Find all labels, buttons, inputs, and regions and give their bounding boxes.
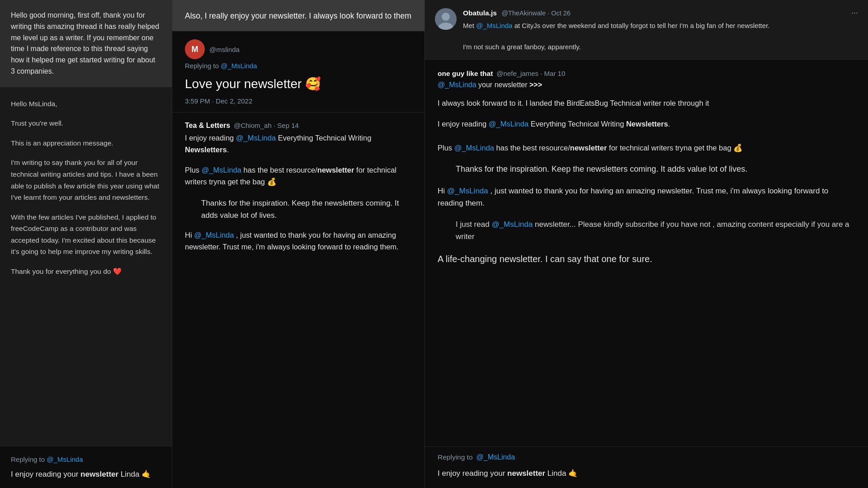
tea-letters-mslinda-mention[interactable]: @_MsLinda bbox=[489, 120, 528, 128]
thanks-block-right: Thanks for the inspiration. Keep the new… bbox=[438, 163, 855, 176]
avatar: M bbox=[185, 39, 205, 59]
top-appreciation-text: Hello good morning, first off, thank you… bbox=[11, 11, 159, 75]
right-main-content: one guy like that @nefe_james · Mar 10 @… bbox=[425, 60, 868, 446]
one-guy-author: one guy like that bbox=[438, 70, 493, 78]
hi-mslinda-mention[interactable]: @_MsLinda bbox=[194, 231, 234, 239]
bottom-replying-handle-right[interactable]: @_MsLinda bbox=[476, 453, 515, 461]
email-para-1: Hello MsLinda, bbox=[11, 98, 161, 110]
top-appreciation-panel: Hello good morning, first off, thank you… bbox=[0, 0, 172, 87]
tweet-timestamp: 3:59 PM · Dec 2, 2022 bbox=[185, 97, 412, 105]
plus-mslinda-right-mention[interactable]: @_MsLinda bbox=[454, 144, 494, 152]
replying-handle[interactable]: @_MsLinda bbox=[47, 455, 83, 463]
love-newsletter-main-text: Love your newsletter 🥰 bbox=[185, 75, 412, 93]
birdeats-block: I always look forward to it. I landed th… bbox=[438, 97, 855, 109]
life-changing-block: A life-changing newsletter. I can say th… bbox=[438, 252, 855, 266]
tea-letters-header: Tea & Letters @Chiom_ah · Sep 14 bbox=[185, 122, 412, 130]
center-column: Also, I really enjoy your newsletter. I … bbox=[172, 0, 425, 488]
more-options-icon[interactable]: ··· bbox=[851, 8, 858, 18]
tea-letters-text: I enjoy reading @_MsLinda Everything Tec… bbox=[185, 132, 412, 155]
email-para-6: Thank you for everything you do ❤️ bbox=[11, 266, 161, 277]
right-column: Obatula.js @TheAkinwale · Oct 26 ··· Met… bbox=[425, 0, 868, 488]
replying-to-center: Replying to @_MsLinda bbox=[185, 62, 412, 70]
plus-mslinda-text: Plus @_MsLinda has the best resource/new… bbox=[185, 164, 412, 188]
tea-letters-author: Tea & Letters bbox=[185, 122, 230, 130]
replying-to-label: Replying to @_MsLinda bbox=[11, 455, 161, 463]
obatula-header: Obatula.js @TheAkinwale · Oct 26 ··· bbox=[463, 8, 858, 18]
also-enjoy-bubble: Also, I really enjoy your newsletter. I … bbox=[172, 0, 425, 31]
one-guy-mention-text: @_MsLinda your newsletter >>> bbox=[438, 80, 855, 91]
mslinda-mention[interactable]: @_MsLinda bbox=[236, 134, 276, 142]
plus-mslinda-mention[interactable]: @_MsLinda bbox=[202, 166, 241, 174]
mslinda-link-obatula[interactable]: @_MsLinda bbox=[476, 22, 512, 29]
obatula-name-row: Obatula.js @TheAkinwale · Oct 26 bbox=[463, 9, 571, 17]
tea-letters-tweet: Tea & Letters @Chiom_ah · Sep 14 I enjoy… bbox=[185, 122, 412, 155]
bottom-reply-panel: Replying to @_MsLinda I enjoy reading yo… bbox=[0, 446, 172, 488]
email-para-3: This is an appreciation message. bbox=[11, 137, 161, 149]
tweet-user-row: M @mslinda bbox=[185, 39, 412, 59]
obatula-content: Obatula.js @TheAkinwale · Oct 26 ··· Met… bbox=[463, 8, 858, 52]
one-guy-header: one guy like that @nefe_james · Mar 10 bbox=[438, 70, 855, 78]
obatula-body: Met @_MsLinda at CityJs over the weekend… bbox=[463, 20, 858, 52]
svg-point-1 bbox=[442, 13, 450, 21]
hi-mslinda-text: Hi @_MsLinda , just wanted to thank you … bbox=[185, 230, 412, 253]
one-guy-mslinda-mention[interactable]: @_MsLinda bbox=[438, 81, 476, 89]
tea-letters-handle-date: @Chiom_ah · Sep 14 bbox=[234, 122, 299, 129]
also-enjoy-text: Also, I really enjoy your newsletter. I … bbox=[185, 11, 411, 20]
left-column: Hello good morning, first off, thank you… bbox=[0, 0, 172, 488]
thanks-indented-block: Thanks for the inspiration. Keep the new… bbox=[185, 197, 412, 221]
obatula-tweet: Obatula.js @TheAkinwale · Oct 26 ··· Met… bbox=[425, 0, 868, 60]
obatula-avatar bbox=[435, 8, 457, 30]
tweet-handle: @mslinda bbox=[209, 46, 240, 53]
bottom-reply-text-right: I enjoy reading your newsletter Linda 🤙 bbox=[425, 468, 868, 488]
bottom-replying-row-right: Replying to @_MsLinda bbox=[425, 446, 868, 468]
one-guy-handle-date: @nefe_james · Mar 10 bbox=[496, 70, 565, 77]
replying-handle-center[interactable]: @_MsLinda bbox=[221, 62, 257, 70]
tea-letters-full-block: I enjoy reading @_MsLinda Everything Tec… bbox=[438, 118, 855, 154]
bottom-replying-label-right: Replying to bbox=[438, 453, 473, 461]
center-lower-tweets: Tea & Letters @Chiom_ah · Sep 14 I enjoy… bbox=[172, 113, 425, 488]
hi-mslinda-right-mention[interactable]: @_MsLinda bbox=[447, 187, 488, 195]
email-panel: Hello MsLinda, Trust you're well. This i… bbox=[0, 87, 172, 446]
obatula-line1: Met @_MsLinda at CityJs over the weekend… bbox=[463, 20, 858, 31]
hi-mslinda-tweet: Hi @_MsLinda , just wanted to thank you … bbox=[185, 230, 412, 253]
hi-block-right: Hi @_MsLinda , just wanted to thank you … bbox=[438, 185, 855, 209]
read-block-right: I just read @_MsLinda newsletter... Plea… bbox=[438, 218, 855, 243]
love-newsletter-tweet: M @mslinda Replying to @_MsLinda Love yo… bbox=[172, 31, 425, 112]
bottom-reply-text: I enjoy reading your newsletter Linda 🤙 bbox=[11, 469, 161, 480]
email-para-2: Trust you're well. bbox=[11, 117, 161, 129]
email-para-5: With the few articles I've published, I … bbox=[11, 211, 161, 258]
obatula-line2: I'm not such a great fanboy, apparently. bbox=[463, 42, 858, 52]
obatula-author: Obatula.js bbox=[463, 9, 497, 17]
plus-mslinda-tweet: Plus @_MsLinda has the best resource/new… bbox=[185, 164, 412, 188]
email-para-4: I'm writing to say thank you for all of … bbox=[11, 157, 161, 203]
obatula-handle: @TheAkinwale · Oct 26 bbox=[501, 9, 571, 17]
read-mslinda-mention[interactable]: @_MsLinda bbox=[491, 220, 533, 229]
